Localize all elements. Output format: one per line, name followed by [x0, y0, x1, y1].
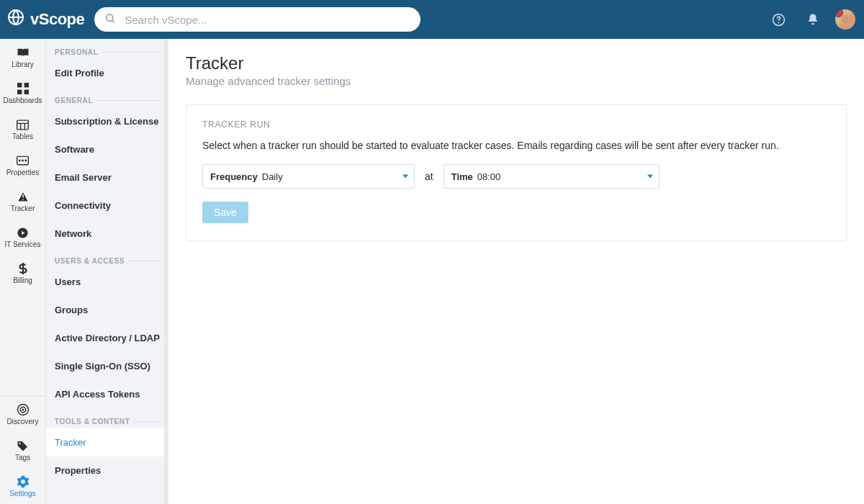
- brand-name: vScope: [30, 10, 84, 29]
- play-circle-icon: [15, 225, 31, 240]
- properties-icon: [15, 153, 31, 168]
- rail-item-settings[interactable]: Settings: [0, 468, 45, 504]
- time-value: 08:00: [477, 171, 501, 182]
- rail-item-tracker[interactable]: Tracker: [0, 183, 45, 219]
- sidebar-item-software[interactable]: Software: [46, 135, 168, 163]
- avatar[interactable]: [835, 9, 855, 30]
- sidebar-item-sso[interactable]: Single Sign-On (SSO): [46, 352, 168, 380]
- rail-item-discovery[interactable]: Discovery: [0, 396, 45, 432]
- help-icon[interactable]: [766, 7, 791, 32]
- dashboard-icon: [15, 81, 31, 96]
- sidebar-item-subscription[interactable]: Subscription & License: [46, 107, 168, 135]
- sidebar-heading-personal: PERSONAL: [46, 39, 168, 59]
- svg-point-12: [25, 160, 26, 161]
- scrollbar-thumb[interactable]: [164, 39, 168, 359]
- svg-point-10: [19, 160, 20, 161]
- sidebar-item-groups[interactable]: Groups: [46, 296, 168, 324]
- bell-icon[interactable]: [801, 7, 825, 32]
- frequency-label: Frequency: [210, 171, 258, 182]
- search-input[interactable]: [94, 7, 420, 32]
- settings-sidebar: PERSONAL Edit Profile GENERAL Subscripti…: [46, 39, 168, 504]
- main-panel: Tracker Manage advanced tracker settings…: [168, 39, 864, 504]
- sidebar-item-api-tokens[interactable]: API Access Tokens: [46, 380, 168, 408]
- sidebar-item-edit-profile[interactable]: Edit Profile: [46, 59, 168, 87]
- discovery-icon: [15, 402, 31, 417]
- rail-item-properties[interactable]: Properties: [0, 147, 45, 183]
- frequency-select[interactable]: Frequency Daily: [202, 164, 415, 189]
- frequency-value: Daily: [262, 171, 283, 182]
- sidebar-item-email-server[interactable]: Email Server: [46, 163, 168, 192]
- global-search: [94, 7, 420, 32]
- sidebar-item-tracker[interactable]: Tracker: [46, 428, 168, 456]
- svg-rect-8: [17, 120, 29, 130]
- svg-rect-4: [17, 83, 22, 87]
- book-icon: [15, 45, 31, 60]
- brand-logo[interactable]: vScope: [7, 9, 84, 30]
- tags-icon: [15, 438, 31, 453]
- sidebar-item-network[interactable]: Network: [46, 220, 168, 248]
- nav-rail: Library Dashboards Tables Properties: [0, 39, 46, 504]
- rail-item-billing[interactable]: Billing: [0, 255, 45, 291]
- svg-point-11: [22, 160, 23, 161]
- svg-point-3: [778, 22, 779, 23]
- svg-point-16: [22, 409, 24, 410]
- card-description: Select when a tracker run should be star…: [202, 140, 830, 151]
- dollar-icon: [15, 261, 31, 276]
- gear-icon: [15, 474, 31, 489]
- sidebar-heading-users-access: USERS & ACCESS: [46, 248, 168, 268]
- globe-icon: [7, 9, 24, 30]
- sidebar-heading-general: GENERAL: [46, 87, 168, 107]
- sidebar-item-ldap[interactable]: Active Directory / LDAP: [46, 324, 168, 352]
- rail-item-itservices[interactable]: IT Services: [0, 219, 45, 255]
- page-title: Tracker: [186, 53, 847, 73]
- svg-point-17: [19, 443, 20, 444]
- time-label: Time: [451, 171, 473, 182]
- chevron-down-icon: [402, 175, 408, 179]
- save-button[interactable]: Save: [202, 202, 248, 223]
- top-bar: vScope: [0, 0, 864, 39]
- schedule-row: Frequency Daily at Time 08:00: [202, 164, 830, 189]
- page-subtitle: Manage advanced tracker settings: [186, 75, 847, 87]
- sidebar-item-properties[interactable]: Properties: [46, 456, 168, 485]
- chevron-down-icon: [647, 175, 653, 179]
- tracker-run-card: TRACKER RUN Select when a tracker run sh…: [186, 104, 847, 241]
- sidebar-heading-tools-content: TOOLS & CONTENT: [46, 408, 168, 428]
- table-icon: [15, 117, 31, 132]
- rail-item-tables[interactable]: Tables: [0, 111, 45, 147]
- rail-item-tags[interactable]: Tags: [0, 432, 45, 468]
- avatar-notification-badge: [835, 9, 843, 17]
- rail-item-dashboards[interactable]: Dashboards: [0, 75, 45, 111]
- at-label: at: [425, 171, 433, 182]
- svg-rect-5: [24, 83, 28, 87]
- sidebar-item-users[interactable]: Users: [46, 268, 168, 296]
- svg-rect-7: [24, 90, 28, 94]
- svg-rect-6: [17, 90, 22, 94]
- sidebar-item-connectivity[interactable]: Connectivity: [46, 192, 168, 220]
- time-select[interactable]: Time 08:00: [444, 164, 660, 189]
- warning-icon: [15, 189, 31, 204]
- rail-item-library[interactable]: Library: [0, 39, 45, 75]
- card-heading: TRACKER RUN: [202, 120, 830, 130]
